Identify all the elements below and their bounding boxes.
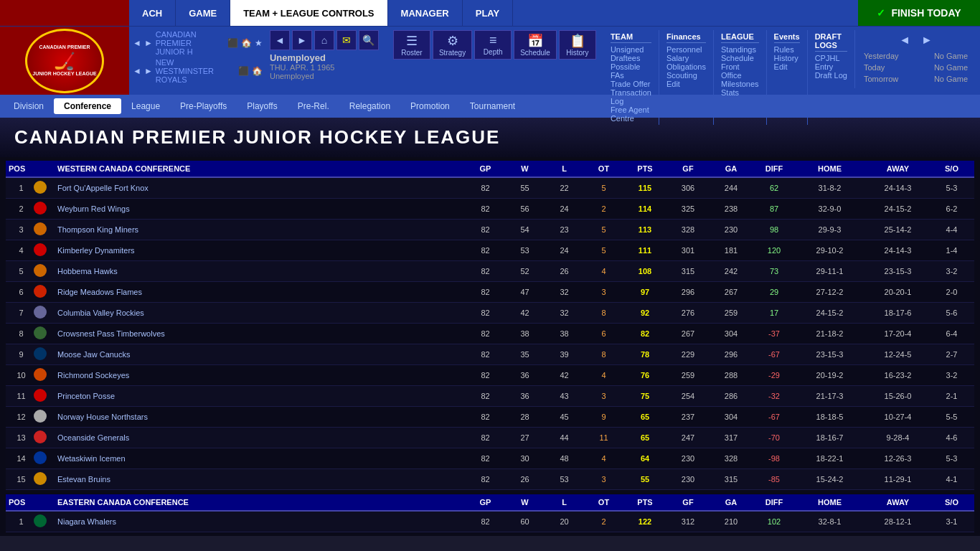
league-item-3[interactable]: Milestones: [721, 80, 759, 88]
forward-btn[interactable]: ►: [292, 30, 312, 50]
sub-tab-playoffs[interactable]: Playoffs: [237, 98, 287, 114]
nav-tab-team-league[interactable]: TEAM + LEAGUE CONTROLS: [230, 0, 387, 26]
table-row[interactable]: 15 Estevan Bruins 82 26 53 3 55 230 315 …: [6, 469, 974, 490]
row-team-name[interactable]: Thompson King Miners: [54, 225, 466, 234]
league-link-2[interactable]: NEW WESTMINSTER ROYALS: [156, 58, 233, 84]
finances-item-3[interactable]: Edit: [666, 80, 706, 88]
fav-icon-1[interactable]: ⬛: [227, 38, 238, 48]
league-link-1[interactable]: CANADIAN PREMIER JUNIOR H: [156, 30, 222, 56]
col-w: W: [505, 164, 545, 173]
sub-tab-relegation[interactable]: Relegation: [339, 98, 400, 114]
history-btn[interactable]: 📋 History: [559, 30, 596, 60]
home-btn[interactable]: ⌂: [314, 30, 334, 50]
home-icon-2[interactable]: 🏠: [252, 66, 263, 76]
table-row[interactable]: 8 Crowsnest Pass Timberwolves 82 38 38 6…: [6, 324, 974, 344]
league-item-4[interactable]: Stats: [721, 88, 759, 97]
table-row[interactable]: 14 Wetaskiwin Icemen 82 30 48 4 64 230 3…: [6, 448, 974, 469]
row-team-name[interactable]: Moose Jaw Canucks: [54, 350, 466, 359]
nav-tab-play[interactable]: PLAY: [463, 0, 513, 26]
strategy-btn[interactable]: ⚙ Strategy: [433, 30, 472, 60]
sub-tab-conference[interactable]: Conference: [54, 98, 121, 114]
league-item-1[interactable]: Schedule: [721, 54, 759, 62]
row-team-name[interactable]: Weyburn Red Wings: [54, 204, 466, 213]
row-team-name[interactable]: Estevan Bruins: [54, 475, 466, 484]
sub-tab-pre-rel[interactable]: Pre-Rel.: [288, 98, 339, 114]
next-arrow-1[interactable]: ►: [144, 38, 153, 48]
roster-btn[interactable]: ☰ Roster: [393, 30, 430, 60]
row-team-name[interactable]: Ridge Meadows Flames: [54, 288, 466, 296]
next-day-btn[interactable]: ►: [921, 34, 933, 47]
events-item-1[interactable]: History: [774, 54, 800, 62]
team-item-3[interactable]: Transaction Log: [611, 88, 651, 105]
table-row[interactable]: 11 Princeton Posse 82 36 43 3 75 254 286…: [6, 386, 974, 407]
table-row[interactable]: 6 Ridge Meadows Flames 82 47 32 3 97 296…: [6, 282, 974, 303]
table-row[interactable]: 10 Richmond Sockeyes 82 36 42 4 76 259 2…: [6, 365, 974, 386]
nav-tab-ach[interactable]: ACH: [129, 0, 176, 26]
row-ga: 304: [710, 413, 753, 421]
prev-arrow-1[interactable]: ◄: [133, 38, 141, 48]
fav-icon-2[interactable]: ⬛: [238, 66, 249, 76]
table-row[interactable]: 7 Columbia Valley Rockies 82 42 32 8 92 …: [6, 303, 974, 324]
team-item-2[interactable]: Trade Offer: [611, 80, 651, 88]
row-l: 20: [545, 517, 584, 526]
tomorrow-label: Tomorrow: [864, 75, 898, 83]
row-team-name[interactable]: Norway House Northstars: [54, 413, 466, 421]
sub-tab-tournament[interactable]: Tournament: [460, 98, 525, 114]
row-pos: 5: [9, 267, 34, 276]
table-row[interactable]: 3 Thompson King Miners 82 54 23 5 113 32…: [6, 220, 974, 240]
prev-day-btn[interactable]: ◄: [899, 34, 910, 47]
table-row[interactable]: 4 Kimberley Dynamiters 82 53 24 5 111 30…: [6, 240, 974, 261]
row-team-name[interactable]: Columbia Valley Rockies: [54, 309, 466, 317]
table-row[interactable]: 13 Oceanside Generals 82 27 44 11 65 247…: [6, 428, 974, 448]
sub-tab-pre-playoffs[interactable]: Pre-Playoffs: [170, 98, 237, 114]
row-team-name[interactable]: Richmond Sockeyes: [54, 371, 466, 380]
finish-today-button[interactable]: ✓ FINISH TODAY: [858, 0, 980, 26]
schedule-btn[interactable]: 📅 Schedule: [514, 30, 557, 60]
sub-tab-division[interactable]: Division: [4, 98, 54, 114]
row-team-name[interactable]: Crowsnest Pass Timberwolves: [54, 329, 466, 338]
row-w: 52: [505, 267, 545, 276]
sub-tab-promotion[interactable]: Promotion: [400, 98, 460, 114]
league-item-0[interactable]: Standings: [721, 45, 759, 54]
league-item-2[interactable]: Front Office: [721, 62, 759, 80]
home-icon-1[interactable]: 🏠: [241, 38, 252, 48]
finances-item-0[interactable]: Personnel: [666, 45, 706, 54]
table-row[interactable]: 9 Moose Jaw Canucks 82 35 39 8 78 229 29…: [6, 344, 974, 365]
team-item-4[interactable]: Free Agent Centre: [611, 105, 651, 123]
events-item-2[interactable]: Edit: [774, 62, 800, 71]
next-arrow-2[interactable]: ►: [144, 66, 153, 76]
row-team-name[interactable]: Oceanside Generals: [54, 433, 466, 442]
sub-tab-league[interactable]: League: [121, 98, 170, 114]
row-pos: 2: [9, 204, 34, 213]
nav-tab-game[interactable]: GAME: [176, 0, 230, 26]
events-item-0[interactable]: Rules: [774, 45, 800, 54]
table-row[interactable]: 1 Niagara Whalers 82 60 20 2 122 312 210…: [6, 512, 974, 532]
prev-arrow-2[interactable]: ◄: [133, 66, 141, 76]
row-icon: [34, 514, 54, 529]
row-home: 27-12-2: [796, 288, 864, 296]
depth-btn[interactable]: ≡ Depth: [474, 30, 512, 60]
team-item-1[interactable]: Possible FAs: [611, 62, 651, 80]
finances-item-2[interactable]: Scouting: [666, 71, 706, 80]
row-team-name[interactable]: Kimberley Dynamiters: [54, 246, 466, 255]
table-row[interactable]: 5 Hobbema Hawks 82 52 26 4 108 315 242 7…: [6, 261, 974, 282]
row-team-name[interactable]: Niagara Whalers: [54, 517, 466, 526]
draft-logs-item-0[interactable]: CPJHL Entry Draft Log: [815, 54, 847, 80]
row-home: 31-8-2: [796, 184, 864, 192]
row-team-name[interactable]: Wetaskiwin Icemen: [54, 454, 466, 463]
row-team-name[interactable]: Princeton Posse: [54, 392, 466, 400]
table-row[interactable]: 12 Norway House Northstars 82 28 45 9 65…: [6, 407, 974, 428]
row-team-name[interactable]: Fort Qu'Appelle Fort Knox: [54, 184, 466, 192]
row-l: 26: [545, 267, 584, 276]
team-item-0[interactable]: Unsigned Draftees: [611, 45, 651, 62]
search-btn[interactable]: 🔍: [359, 30, 379, 50]
western-rows-container: 1 Fort Qu'Appelle Fort Knox 82 55 22 5 1…: [6, 178, 974, 490]
row-team-name[interactable]: Hobbema Hawks: [54, 267, 466, 276]
table-row[interactable]: 1 Fort Qu'Appelle Fort Knox 82 55 22 5 1…: [6, 178, 974, 199]
star-icon-1[interactable]: ★: [255, 38, 263, 48]
mail-btn[interactable]: ✉: [336, 30, 357, 50]
back-btn[interactable]: ◄: [270, 30, 290, 50]
nav-tab-manager[interactable]: MANAGER: [388, 0, 463, 26]
table-row[interactable]: 2 Weyburn Red Wings 82 56 24 2 114 325 2…: [6, 199, 974, 220]
finances-item-1[interactable]: Salary Obligations: [666, 54, 706, 71]
